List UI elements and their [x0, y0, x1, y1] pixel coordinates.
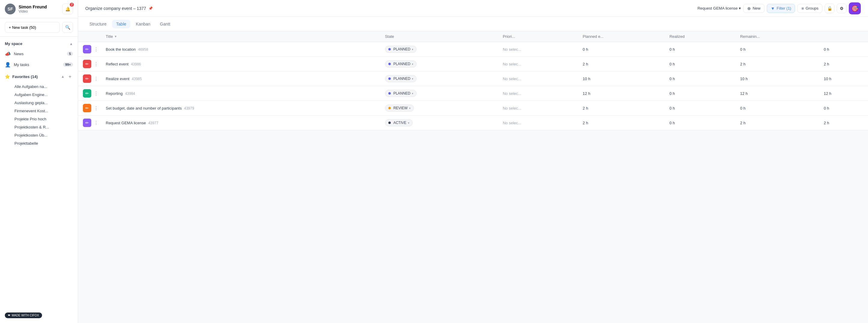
settings-button[interactable]: ⚙: [837, 4, 846, 13]
row-icon-cell: ✏: [78, 57, 91, 71]
notification-button[interactable]: 🔔 7: [62, 4, 73, 14]
row-menu-dots[interactable]: ⋮: [93, 90, 100, 97]
row-extra-cell: 10 h: [819, 71, 868, 86]
row-priority-cell[interactable]: No selec...: [498, 57, 578, 71]
search-button[interactable]: 🔍: [62, 22, 73, 33]
new-button[interactable]: ⊕ New: [743, 4, 764, 13]
status-label: PLANNED: [394, 91, 410, 95]
favorites-list-item[interactable]: Auslastung gepla...: [10, 99, 78, 107]
status-badge[interactable]: ACTIVE ▾: [385, 119, 413, 126]
row-realized-cell: 0 h: [665, 86, 735, 101]
row-remaining-cell: 2 h: [735, 116, 819, 130]
row-menu-dots[interactable]: ⋮: [93, 119, 100, 127]
favorites-title: Favorites (14): [12, 74, 59, 79]
row-state-cell[interactable]: ACTIVE ▾: [380, 116, 498, 130]
my-space-section[interactable]: My space ▲: [0, 39, 78, 48]
row-planned-e-cell: 2 h: [578, 116, 665, 130]
data-table: Title▼StatePriori...Planned e...Realized…: [78, 31, 868, 130]
target-button[interactable]: 🎯: [849, 2, 861, 14]
row-title-cell[interactable]: Realize event43985: [101, 71, 380, 86]
filter-button[interactable]: ▼ Filter (1): [767, 4, 795, 13]
row-menu-dots[interactable]: ⋮: [93, 45, 100, 53]
row-priority-cell[interactable]: No selec...: [498, 86, 578, 101]
topbar-actions: Request GEMA license ▾ ⊕ New ▼ Filter (1…: [698, 2, 861, 14]
th-f: [819, 31, 868, 42]
th-remaining: Remainin...: [735, 31, 819, 42]
row-title-cell[interactable]: Request GEMA license43977: [101, 116, 380, 130]
favorites-list-item[interactable]: Aufgaben Engine...: [10, 91, 78, 99]
task-type-icon: ✏: [83, 45, 91, 54]
row-priority-cell[interactable]: No selec...: [498, 101, 578, 116]
plus-icon: ⊕: [747, 6, 751, 11]
th-icon: [78, 31, 91, 42]
table-header: Title▼StatePriori...Planned e...Realized…: [78, 31, 868, 42]
row-state-cell[interactable]: REVIEW ▾: [380, 101, 498, 116]
status-dot: [389, 63, 391, 65]
planned-e-value: 12 h: [583, 91, 590, 96]
remaining-value: 2 h: [740, 62, 745, 66]
favorites-list-item[interactable]: Projektkosten & R...: [10, 123, 78, 131]
row-menu-dots[interactable]: ⋮: [93, 60, 100, 68]
lock-button[interactable]: 🔒: [825, 4, 834, 13]
row-menu-cell[interactable]: ⋮: [91, 116, 101, 130]
status-chevron: ▾: [412, 92, 413, 95]
row-menu-dots[interactable]: ⋮: [93, 104, 100, 112]
sidebar-actions: + New task (50) 🔍: [0, 18, 78, 37]
row-planned-e-cell: 0 h: [578, 42, 665, 57]
favorites-list-item[interactable]: Projektkosten Üb...: [10, 131, 78, 139]
row-menu-cell[interactable]: ⋮: [91, 57, 101, 71]
row-priority-cell[interactable]: No selec...: [498, 71, 578, 86]
tab-structure[interactable]: Structure: [85, 20, 111, 28]
row-realized-cell: 0 h: [665, 42, 735, 57]
row-title-cell[interactable]: Reporting43984: [101, 86, 380, 101]
row-state-cell[interactable]: PLANNED ▾: [380, 57, 498, 71]
row-icon-cell: ✏: [78, 71, 91, 86]
notification-badge: 7: [70, 3, 74, 7]
row-state-cell[interactable]: PLANNED ▾: [380, 42, 498, 57]
groups-button[interactable]: ≡ Groups: [798, 4, 823, 13]
task-id: 43985: [132, 77, 142, 81]
row-menu-cell[interactable]: ⋮: [91, 86, 101, 101]
row-extra-cell: 0 h: [819, 101, 868, 116]
remaining-value: 10 h: [740, 76, 748, 81]
favorites-list-item[interactable]: Firmenevent Kost...: [10, 107, 78, 115]
status-badge[interactable]: PLANNED ▾: [385, 45, 417, 53]
tab-kanban[interactable]: Kanban: [131, 20, 154, 28]
settings-icon: ⚙: [840, 6, 844, 11]
row-state-cell[interactable]: PLANNED ▾: [380, 71, 498, 86]
priority-value: No selec...: [503, 76, 521, 81]
row-title-cell[interactable]: Reflect event43986: [101, 57, 380, 71]
favorites-list-item[interactable]: Projekte Prio hoch: [10, 115, 78, 123]
row-state-cell[interactable]: PLANNED ▾: [380, 86, 498, 101]
row-icon-cell: ✏: [78, 42, 91, 57]
row-priority-cell[interactable]: No selec...: [498, 42, 578, 57]
th-title[interactable]: Title▼: [101, 31, 380, 42]
sidebar-navigation: My space ▲ 📣 News 5 👤 My tasks 99+ ⭐ Fav…: [0, 37, 78, 323]
tab-table[interactable]: Table: [112, 20, 130, 28]
status-badge[interactable]: REVIEW ▾: [385, 104, 414, 112]
row-title-cell[interactable]: Set budget, date and number of participa…: [101, 101, 380, 116]
row-title-cell[interactable]: Book the location46958: [101, 42, 380, 57]
sidebar-item-news[interactable]: 📣 News 5: [0, 48, 78, 59]
new-task-button[interactable]: + New task (50): [5, 22, 60, 33]
new-task-label: + New task (50): [9, 25, 36, 30]
favorites-list-item[interactable]: Alle Aufgaben na...: [10, 83, 78, 91]
row-menu-cell[interactable]: ⋮: [91, 101, 101, 116]
row-priority-cell[interactable]: No selec...: [498, 116, 578, 130]
status-badge[interactable]: PLANNED ▾: [385, 90, 417, 97]
row-menu-dots[interactable]: ⋮: [93, 75, 100, 83]
sidebar-item-my-tasks[interactable]: 👤 My tasks 99+: [0, 59, 78, 70]
favorites-add-button[interactable]: ＋: [67, 73, 73, 79]
planned-e-value: 2 h: [583, 121, 588, 125]
row-menu-cell[interactable]: ⋮: [91, 42, 101, 57]
favorites-header[interactable]: ⭐ Favorites (14) ▲ ＋: [0, 71, 78, 82]
status-badge[interactable]: PLANNED ▾: [385, 75, 417, 82]
th-priority: Priori...: [498, 31, 578, 42]
favorites-list-item[interactable]: Projekttabelle: [10, 139, 78, 148]
row-extra-cell: 2 h: [819, 116, 868, 130]
tab-gantt[interactable]: Gantt: [156, 20, 175, 28]
request-gema-link[interactable]: Request GEMA license ▾: [698, 6, 741, 10]
table-container[interactable]: Title▼StatePriori...Planned e...Realized…: [78, 31, 868, 323]
status-badge[interactable]: PLANNED ▾: [385, 60, 417, 68]
row-menu-cell[interactable]: ⋮: [91, 71, 101, 86]
